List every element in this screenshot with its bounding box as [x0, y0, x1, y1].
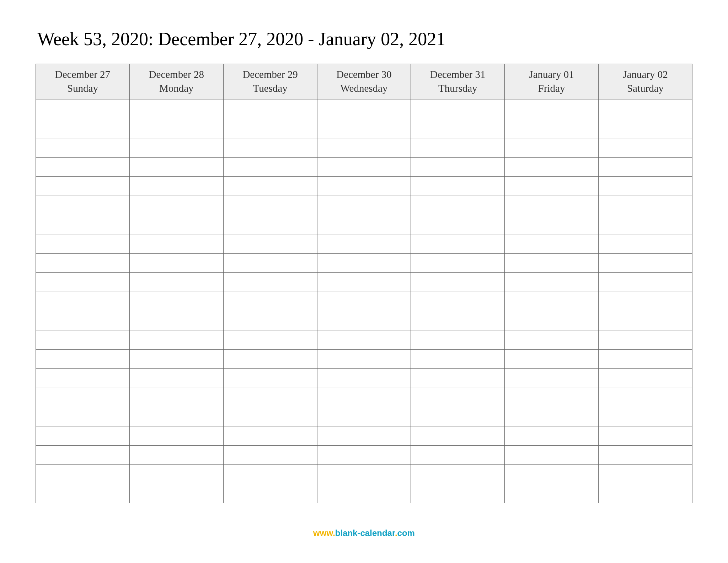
- table-row: [36, 369, 692, 388]
- table-row: [36, 273, 692, 292]
- calendar-cell: [317, 407, 411, 426]
- col-date: December 31: [412, 68, 503, 81]
- calendar-cell: [223, 446, 317, 465]
- calendar-cell: [317, 311, 411, 330]
- calendar-cell: [223, 234, 317, 254]
- calendar-cell: [505, 388, 599, 407]
- calendar-cell: [505, 446, 599, 465]
- calendar-cell: [317, 215, 411, 234]
- table-row: [36, 426, 692, 446]
- calendar-cell: [223, 254, 317, 273]
- calendar-cell: [505, 119, 599, 138]
- col-date: December 28: [131, 68, 222, 81]
- weekly-calendar-table: December 27 Sunday December 28 Monday De…: [36, 64, 692, 503]
- calendar-cell: [411, 100, 505, 119]
- calendar-cell: [317, 100, 411, 119]
- calendar-cell: [317, 292, 411, 311]
- calendar-cell: [599, 330, 692, 350]
- col-dow: Saturday: [600, 81, 691, 95]
- calendar-cell: [599, 215, 692, 234]
- calendar-cell: [36, 100, 130, 119]
- calendar-cell: [505, 254, 599, 273]
- calendar-cell: [36, 311, 130, 330]
- calendar-cell: [599, 234, 692, 254]
- col-dow: Wednesday: [319, 81, 410, 95]
- calendar-cell: [599, 446, 692, 465]
- calendar-cell: [36, 119, 130, 138]
- calendar-cell: [317, 465, 411, 484]
- calendar-cell: [317, 158, 411, 177]
- footer-url: www.blank-calendar.com: [0, 528, 728, 538]
- col-date: December 27: [37, 68, 128, 81]
- calendar-cell: [223, 273, 317, 292]
- calendar-cell: [411, 330, 505, 350]
- calendar-cell: [411, 138, 505, 158]
- calendar-cell: [129, 311, 223, 330]
- calendar-cell: [129, 100, 223, 119]
- table-row: [36, 254, 692, 273]
- page-title: Week 53, 2020: December 27, 2020 - Janua…: [37, 28, 692, 49]
- calendar-cell: [411, 311, 505, 330]
- calendar-cell: [599, 426, 692, 446]
- calendar-cell: [317, 350, 411, 369]
- calendar-cell: [36, 177, 130, 196]
- calendar-cell: [411, 446, 505, 465]
- col-header-sunday: December 27 Sunday: [36, 64, 130, 100]
- calendar-cell: [599, 196, 692, 215]
- table-row: [36, 177, 692, 196]
- calendar-cell: [317, 426, 411, 446]
- table-row: [36, 330, 692, 350]
- calendar-cell: [129, 330, 223, 350]
- calendar-cell: [505, 350, 599, 369]
- calendar-cell: [505, 158, 599, 177]
- table-row: [36, 350, 692, 369]
- calendar-cell: [599, 254, 692, 273]
- calendar-cell: [129, 484, 223, 503]
- calendar-cell: [223, 158, 317, 177]
- calendar-cell: [505, 292, 599, 311]
- col-date: January 02: [600, 68, 691, 81]
- calendar-cell: [223, 311, 317, 330]
- calendar-cell: [223, 177, 317, 196]
- calendar-cell: [129, 215, 223, 234]
- calendar-cell: [223, 350, 317, 369]
- table-row: [36, 215, 692, 234]
- col-header-friday: January 01 Friday: [505, 64, 599, 100]
- calendar-cell: [411, 215, 505, 234]
- calendar-cell: [223, 465, 317, 484]
- table-row: [36, 388, 692, 407]
- col-date: December 30: [319, 68, 410, 81]
- table-row: [36, 158, 692, 177]
- calendar-cell: [599, 100, 692, 119]
- table-row: [36, 119, 692, 138]
- footer-www: www: [313, 528, 333, 538]
- col-dow: Monday: [131, 81, 222, 95]
- col-header-wednesday: December 30 Wednesday: [317, 64, 411, 100]
- calendar-cell: [505, 138, 599, 158]
- calendar-cell: [599, 484, 692, 503]
- calendar-cell: [36, 407, 130, 426]
- calendar-cell: [317, 484, 411, 503]
- calendar-cell: [223, 369, 317, 388]
- calendar-cell: [411, 177, 505, 196]
- calendar-cell: [505, 234, 599, 254]
- calendar-cell: [599, 273, 692, 292]
- table-row: [36, 292, 692, 311]
- footer-domain: blank-calendar: [335, 528, 395, 538]
- calendar-cell: [129, 388, 223, 407]
- calendar-cell: [36, 426, 130, 446]
- calendar-cell: [505, 484, 599, 503]
- calendar-cell: [317, 330, 411, 350]
- footer-dot: .: [395, 528, 397, 538]
- calendar-cell: [129, 177, 223, 196]
- table-row: [36, 407, 692, 426]
- calendar-cell: [36, 196, 130, 215]
- calendar-cell: [129, 426, 223, 446]
- calendar-cell: [411, 426, 505, 446]
- page-container: Week 53, 2020: December 27, 2020 - Janua…: [0, 0, 728, 517]
- calendar-cell: [599, 138, 692, 158]
- table-row: [36, 484, 692, 503]
- calendar-cell: [223, 292, 317, 311]
- calendar-cell: [129, 158, 223, 177]
- calendar-cell: [317, 234, 411, 254]
